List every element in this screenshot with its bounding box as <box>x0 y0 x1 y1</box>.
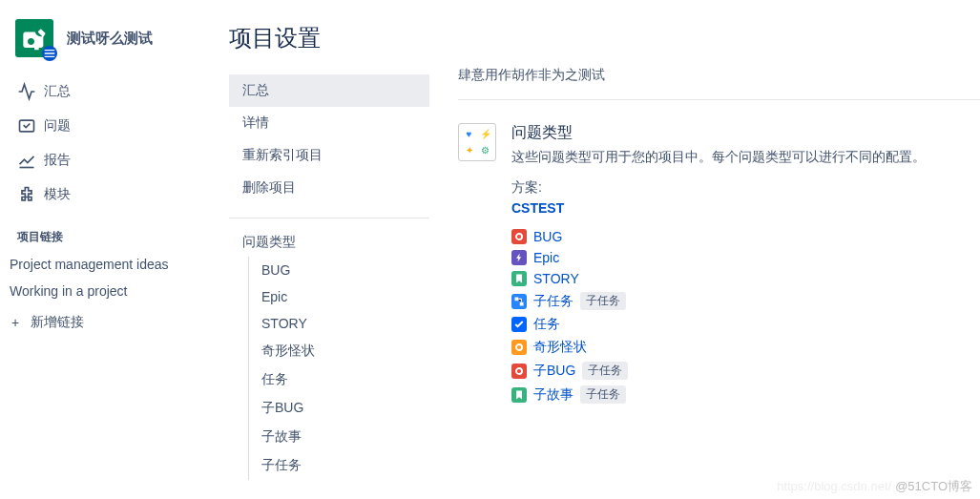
scheme-link[interactable]: CSTEST <box>511 200 926 216</box>
issue-type-nav[interactable]: 奇形怪状 <box>229 337 458 365</box>
divider <box>458 99 980 100</box>
nav-components[interactable]: 模块 <box>8 177 220 212</box>
project-avatar <box>15 19 53 57</box>
nav-reports[interactable]: 报告 <box>8 143 220 177</box>
plus-icon: + <box>11 315 19 330</box>
svg-rect-4 <box>520 301 524 305</box>
svg-point-6 <box>516 368 522 374</box>
issue-types-heading[interactable]: 问题类型 <box>229 228 458 257</box>
issue-type-link[interactable]: STORY <box>533 271 579 286</box>
page-title: 项目设置 <box>229 11 458 74</box>
issue-type-row: 奇形怪状 <box>511 339 926 356</box>
project-link[interactable]: Project management ideas <box>8 251 220 278</box>
watermark: https://blog.csdn.net/@51CTO博客 <box>777 478 972 495</box>
issue-type-link[interactable]: BUG <box>533 229 562 244</box>
nav-label: 问题 <box>44 117 71 135</box>
issue-type-section: ♥⚡ ✦⚙ 问题类型 这些问题类型可用于您的项目中。每个问题类型可以进行不同的配… <box>458 123 980 404</box>
settings-summary[interactable]: 汇总 <box>229 74 429 107</box>
issue-type-row: 子故事子任务 <box>511 385 926 404</box>
issue-type-nav[interactable]: 子BUG <box>229 394 458 423</box>
bookmark-icon <box>511 271 527 286</box>
add-link-button[interactable]: + 新增链接 <box>8 304 220 341</box>
nav-issues[interactable]: 问题 <box>8 109 220 143</box>
subtask-tag: 子任务 <box>580 385 626 404</box>
bolt-icon <box>511 250 527 265</box>
issue-type-link[interactable]: 任务 <box>533 316 560 333</box>
nav-summary[interactable]: 汇总 <box>8 74 220 109</box>
issue-types-list: BUGEpicSTORY子任务子任务任务奇形怪状子BUG子任务子故事子任务 <box>511 229 926 404</box>
issue-type-link[interactable]: 子BUG <box>533 363 575 380</box>
subtask-tag: 子任务 <box>580 292 626 310</box>
issue-type-link[interactable]: Epic <box>533 250 559 265</box>
issue-type-nav[interactable]: Epic <box>229 283 458 310</box>
ring-icon <box>511 229 527 244</box>
settings-reindex[interactable]: 重新索引项目 <box>229 139 429 172</box>
bookmark-icon <box>511 387 527 403</box>
check-icon <box>511 317 527 332</box>
settings-nav: 项目设置 汇总 详情 重新索引项目 删除项目 问题类型 BUG Epic STO… <box>229 0 458 499</box>
scheme-label: 方案: <box>511 179 926 197</box>
issue-type-row: BUG <box>511 229 926 244</box>
settings-details[interactable]: 详情 <box>229 107 429 139</box>
project-description: 肆意用作胡作非为之测试 <box>458 67 980 99</box>
ring-icon <box>511 340 527 355</box>
section-description: 这些问题类型可用于您的项目中。每个问题类型可以进行不同的配置。 <box>511 149 926 166</box>
issue-type-link[interactable]: 奇形怪状 <box>533 339 587 356</box>
issue-type-row: 任务 <box>511 316 926 333</box>
project-link[interactable]: Working in a project <box>8 278 220 304</box>
issue-type-nav[interactable]: 任务 <box>229 365 458 394</box>
branch-icon <box>511 294 527 309</box>
issue-type-nav[interactable]: 子故事 <box>229 423 458 451</box>
nav-label: 模块 <box>44 186 71 203</box>
section-title: 问题类型 <box>511 123 926 143</box>
settings-delete[interactable]: 删除项目 <box>229 172 429 204</box>
activity-icon <box>17 82 40 101</box>
nav-label: 汇总 <box>44 83 71 100</box>
report-icon <box>17 151 40 170</box>
issue-type-link[interactable]: 子任务 <box>533 293 573 310</box>
component-icon <box>17 185 40 204</box>
issue-type-nav[interactable]: BUG <box>229 257 458 283</box>
issue-type-nav[interactable]: STORY <box>229 310 458 337</box>
project-title: 测试呀么测试 <box>67 30 153 48</box>
issue-type-row: 子BUG子任务 <box>511 362 926 380</box>
issue-type-row: Epic <box>511 250 926 265</box>
add-link-label: 新增链接 <box>31 314 84 331</box>
project-links-heading: 项目链接 <box>8 212 220 251</box>
content-area: 肆意用作胡作非为之测试 ♥⚡ ✦⚙ 问题类型 这些问题类型可用于您的项目中。每个… <box>458 0 980 499</box>
issues-icon <box>17 116 40 135</box>
subtask-tag: 子任务 <box>582 362 628 380</box>
issue-types-scheme-icon: ♥⚡ ✦⚙ <box>458 123 496 161</box>
project-header: 测试呀么测试 <box>8 15 220 74</box>
issue-type-row: STORY <box>511 271 926 286</box>
svg-point-5 <box>516 344 522 350</box>
issue-type-nav[interactable]: 子任务 <box>229 451 458 480</box>
issue-type-link[interactable]: 子故事 <box>533 386 573 404</box>
svg-rect-3 <box>515 297 519 301</box>
divider <box>229 218 429 218</box>
left-sidebar: 测试呀么测试 汇总 问题 报告 模块 项目链接 Project manageme… <box>0 0 229 499</box>
issue-type-row: 子任务子任务 <box>511 292 926 310</box>
ring-icon <box>511 364 527 379</box>
nav-label: 报告 <box>44 152 71 169</box>
settings-badge-icon <box>42 46 57 61</box>
svg-point-2 <box>516 234 522 239</box>
